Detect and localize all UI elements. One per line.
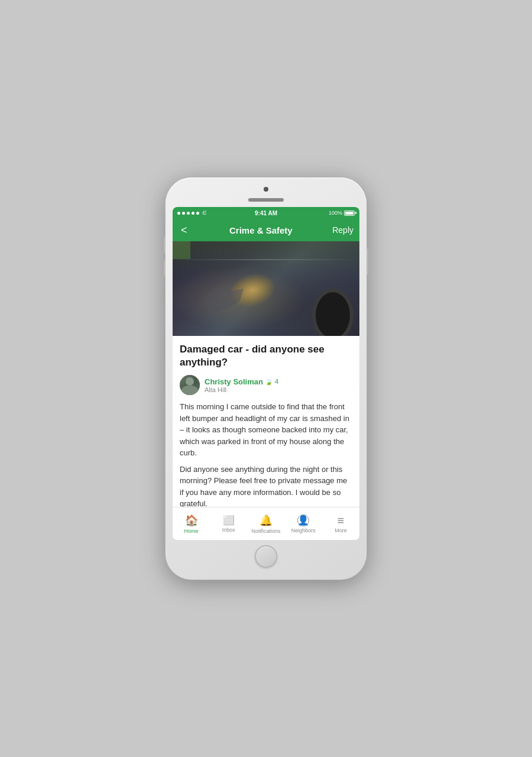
tab-more[interactable]: ≡ More [322,515,359,533]
leaf-icon: 🍃 [265,378,273,386]
neighbors-icon: 👤 [297,515,309,526]
car-body-line [173,259,359,260]
signal-dot-4 [192,212,194,215]
phone-bottom [255,540,277,572]
post-body-paragraph2: Did anyone see anything during the night… [180,464,352,507]
inbox-icon: ⬜ [223,515,235,526]
signal-dot-5 [196,212,199,215]
tab-more-label: More [335,528,347,533]
post-image [173,241,359,336]
volume-down-button[interactable] [164,260,166,277]
phone-device: ∈ 9:41 AM 100% < Crime & Safety Reply [166,177,366,580]
battery-icon [344,211,355,216]
back-button[interactable]: < [179,222,190,239]
front-camera [264,187,268,192]
reply-nav-button[interactable]: Reply [332,225,353,235]
avatar[interactable] [180,375,200,395]
tab-notifications-label: Notifications [251,528,280,534]
author-info: Christy Soliman 🍃 4 Alta Hill [205,377,278,393]
battery-fill [345,212,353,215]
home-button[interactable] [255,545,277,568]
signal-dot-3 [187,212,190,215]
notifications-icon: 🔔 [259,514,273,527]
nav-title: Crime & Safety [190,225,333,235]
author-name-text: Christy Soliman [205,377,263,386]
tab-neighbors-label: Neighbors [291,528,316,533]
badge-count: 4 [275,378,278,385]
author-location: Alta Hill [205,386,278,393]
battery-area: 100% [329,210,355,216]
post-content-area: Damaged car - did anyone see anything? C… [173,336,359,507]
scroll-content: Damaged car - did anyone see anything? C… [173,241,359,507]
more-icon: ≡ [338,515,345,526]
tab-inbox-label: Inbox [222,527,235,533]
tab-bar: 🏠 Home ⬜ Inbox 🔔 Notifications 👤 Neighbo… [173,507,359,540]
car-tire [312,289,353,336]
home-icon: 🏠 [185,514,198,527]
volume-up-button[interactable] [164,237,166,253]
tab-inbox[interactable]: ⬜ Inbox [210,515,247,533]
earpiece-speaker [248,198,284,202]
image-green-corner [173,241,190,259]
signal-dot-2 [182,212,185,215]
post-title: Damaged car - did anyone see anything? [180,343,352,369]
tab-home[interactable]: 🏠 Home [173,514,210,534]
battery-percentage: 100% [329,210,342,216]
author-name: Christy Soliman 🍃 4 [205,377,278,386]
avatar-image [180,375,200,395]
author-row: Christy Soliman 🍃 4 Alta Hill [180,375,352,395]
status-bar: ∈ 9:41 AM 100% [173,207,359,219]
phone-screen: ∈ 9:41 AM 100% < Crime & Safety Reply [173,207,359,540]
signal-dot-1 [177,212,180,215]
tab-home-label: Home [184,528,199,534]
status-time: 9:41 AM [255,210,277,216]
phone-top-bar [173,185,359,207]
tab-neighbors[interactable]: 👤 Neighbors [285,515,322,533]
signal-area: ∈ [177,210,207,216]
navigation-bar: < Crime & Safety Reply [173,219,359,241]
tab-notifications[interactable]: 🔔 Notifications [247,514,284,534]
post-body-paragraph1: This morning I came outside to find that… [180,401,352,459]
power-button[interactable] [366,248,368,275]
wifi-icon: ∈ [202,210,207,216]
